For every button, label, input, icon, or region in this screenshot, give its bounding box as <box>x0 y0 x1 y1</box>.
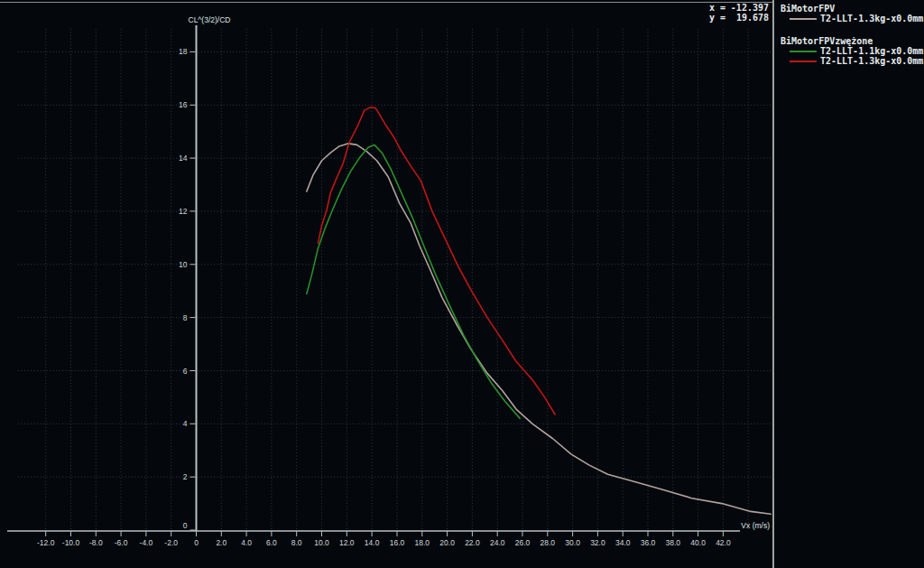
legend-item-label: T2-LLT-1.3kg-x0.0mm <box>820 56 923 66</box>
x-tick-label: 16.0 <box>390 538 405 547</box>
x-tick-label: 38.0 <box>666 538 681 547</box>
legend-group-title[interactable]: BiMotorFPVzwężone <box>781 36 924 46</box>
y-tick-label: 14 <box>179 154 188 163</box>
y-tick-label: 16 <box>179 100 188 109</box>
y-tick-label: 0 <box>183 521 188 530</box>
x-tick-label: 18.0 <box>415 538 430 547</box>
cursor-x-value: -12.397 <box>731 3 769 13</box>
cursor-y-label: y = <box>709 13 725 23</box>
x-tick-label: 34.0 <box>615 538 631 547</box>
x-tick-label: 22.0 <box>465 538 480 547</box>
legend-group-title[interactable]: BiMotorFPV <box>781 4 924 14</box>
x-tick-label: 14.0 <box>365 538 380 547</box>
chart-canvas[interactable]: -12.0-10.0-8.0-6.0-4.0-2.002.04.06.08.01… <box>0 0 774 568</box>
y-tick-label: 6 <box>183 367 188 376</box>
y-tick-label: 8 <box>183 313 188 322</box>
x-tick-label: -8.0 <box>89 538 103 547</box>
x-axis-title: Vx (m/s) <box>741 521 770 530</box>
x-tick-label: 0 <box>194 538 199 547</box>
legend-item-label: T2-LLT-1.3kg-x0.0mm <box>820 14 923 23</box>
y-tick-label: 12 <box>179 207 188 216</box>
cursor-readout-x: x = -12.397 <box>709 3 769 13</box>
x-tick-label: 20.0 <box>439 538 455 547</box>
cursor-x-label: x = <box>709 3 725 13</box>
x-tick-label: 32.0 <box>590 538 605 547</box>
x-tick-label: 26.0 <box>515 538 531 547</box>
series-curve-2 <box>318 107 555 414</box>
cursor-readout-y: y = 19.678 <box>709 13 769 23</box>
y-tick-label: 2 <box>183 472 188 481</box>
app-window: -12.0-10.0-8.0-6.0-4.0-2.002.04.06.08.01… <box>0 0 924 568</box>
x-tick-label: -6.0 <box>115 538 128 547</box>
x-tick-label: -10.0 <box>62 538 80 547</box>
x-tick-label: 42.0 <box>716 538 731 547</box>
x-tick-label: 24.0 <box>490 538 505 547</box>
legend-item[interactable]: T2-LLT-1.3kg-x0.0mm <box>781 56 924 66</box>
x-tick-label: 10.0 <box>314 538 329 547</box>
legend-group-bimotorfpvzwezone: BiMotorFPVzwężone T2-LLT-1.1kg-x0.0mm T2… <box>781 36 924 66</box>
legend-group-bimotorfpv: BiMotorFPV T2-LLT-1.3kg-x0.0mm <box>781 4 924 23</box>
legend-item[interactable]: T2-LLT-1.3kg-x0.0mm <box>781 14 924 23</box>
x-tick-label: 4.0 <box>241 538 252 547</box>
x-tick-label: -4.0 <box>140 538 153 547</box>
series-swatch-icon <box>790 18 817 20</box>
cursor-y-value: 19.678 <box>736 13 769 23</box>
y-axis-title: CL^(3/2)/CD <box>189 15 231 24</box>
x-tick-label: 8.0 <box>291 538 302 547</box>
legend-item[interactable]: T2-LLT-1.1kg-x0.0mm <box>781 46 924 56</box>
series-curve-0 <box>307 144 771 514</box>
y-tick-label: 4 <box>183 419 188 428</box>
x-tick-label: 12.0 <box>339 538 355 547</box>
legend-panel: BiMotorFPV T2-LLT-1.3kg-x0.0mm BiMotorFP… <box>772 0 924 568</box>
x-tick-label: -2.0 <box>164 538 178 547</box>
x-tick-label: 28.0 <box>541 538 556 547</box>
series-swatch-icon <box>790 61 817 62</box>
legend-item-label: T2-LLT-1.1kg-x0.0mm <box>820 46 923 56</box>
series-swatch-icon <box>790 51 817 52</box>
x-tick-label: 40.0 <box>690 538 706 547</box>
series-curve-1 <box>307 144 520 418</box>
x-tick-label: -12.0 <box>37 538 55 547</box>
x-tick-label: 2.0 <box>216 538 226 547</box>
x-tick-label: 30.0 <box>565 538 580 547</box>
x-tick-label: 36.0 <box>641 538 656 547</box>
y-tick-label: 18 <box>179 47 188 56</box>
y-tick-label: 10 <box>179 260 188 269</box>
x-tick-label: 6.0 <box>266 538 277 547</box>
cursor-readout: x = -12.397 y = 19.678 <box>709 3 769 23</box>
